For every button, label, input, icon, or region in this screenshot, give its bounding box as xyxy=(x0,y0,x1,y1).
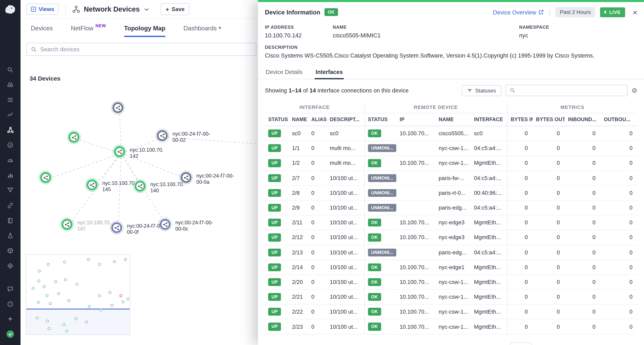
cell-if-status: UP xyxy=(265,230,289,245)
device-node[interactable] xyxy=(157,130,168,141)
cell-outbound: 0 xyxy=(600,141,638,156)
save-button[interactable]: + Save xyxy=(161,3,190,15)
cell-outbound: 0 xyxy=(600,230,638,245)
column-header-outbou[interactable]: OUTBOU... xyxy=(600,113,638,126)
interface-row[interactable]: UP2/7010/100 ut...UNMONI...paris-fw-...0… xyxy=(265,170,638,185)
gauge-icon[interactable] xyxy=(0,155,20,165)
interface-row[interactable]: UPsc00sc0OK10.100.70...cisco5505...sc000… xyxy=(265,126,638,141)
cell-if-description: 10/100 ut... xyxy=(326,215,364,230)
device-node[interactable] xyxy=(160,219,170,230)
cell-rd-ip xyxy=(396,141,435,156)
interface-row[interactable]: UP1/10multi mo...UNMONI...nyc-csw-1...04… xyxy=(265,141,638,156)
funnel-icon[interactable] xyxy=(0,185,20,195)
device-node[interactable] xyxy=(112,102,123,113)
cell-rd-status: OK xyxy=(364,319,396,334)
minimap[interactable] xyxy=(26,254,130,335)
help-icon[interactable]: ? xyxy=(0,299,20,309)
search-icon[interactable] xyxy=(0,65,20,75)
close-icon[interactable]: × xyxy=(632,8,638,16)
device-node[interactable] xyxy=(135,181,146,192)
cell-if-status: UP xyxy=(265,200,289,215)
panel-tab-device-details[interactable]: Device Details xyxy=(265,65,304,79)
notebook-icon[interactable] xyxy=(0,216,20,226)
column-header-interface[interactable]: INTERFACE xyxy=(471,113,507,126)
views-button[interactable]: Views xyxy=(26,4,59,15)
live-toggle[interactable]: LIVE xyxy=(600,7,625,17)
device-node[interactable] xyxy=(62,219,72,230)
field-label: NAME xyxy=(333,25,519,30)
cell-rd-status: OK xyxy=(364,260,396,275)
column-header-name[interactable]: NAME xyxy=(289,113,308,126)
chat-icon[interactable] xyxy=(0,284,20,294)
sparkle-icon[interactable] xyxy=(0,314,20,324)
device-node-label: nyc:10.100.70. 142 xyxy=(130,147,164,159)
device-search-input[interactable] xyxy=(40,46,252,53)
interface-status-badge: UP xyxy=(268,129,281,137)
cell-if-description: multi mo... xyxy=(326,156,364,171)
interface-row[interactable]: UP2/23010/100 ut...OK10.100.70...nyc-csw… xyxy=(265,319,638,334)
bar-chart-icon[interactable] xyxy=(0,170,20,180)
interface-row[interactable]: UP2/22010/100 ut...OK10.100.70...nyc-csw… xyxy=(265,304,638,319)
device-node[interactable] xyxy=(181,172,192,183)
pagination[interactable] xyxy=(509,342,532,345)
tab-devices[interactable]: Devices xyxy=(31,19,53,37)
device-node[interactable] xyxy=(114,146,125,157)
network-node-icon xyxy=(114,225,120,230)
cell-rd-name: paris-edg... xyxy=(435,245,471,260)
device-node[interactable] xyxy=(68,132,79,143)
link-icon[interactable] xyxy=(0,201,20,210)
field-ip-address: IP ADDRESS10.100.70.142 xyxy=(265,25,333,39)
cell-rd-interface: MgmtEth... xyxy=(471,275,507,290)
network-map-icon[interactable] xyxy=(0,125,20,135)
datadog-logo-icon[interactable] xyxy=(4,4,16,16)
showing-summary: Showing 1–14 of 14 interface connections… xyxy=(265,87,409,94)
gear-icon[interactable]: ⚙ xyxy=(632,87,638,95)
time-range-button[interactable]: Past 2 Hours xyxy=(556,7,595,17)
column-header-bytes-out[interactable]: BYTES OUT xyxy=(533,113,565,126)
device-node[interactable] xyxy=(111,222,122,233)
column-header-status[interactable]: STATUS xyxy=(265,113,289,126)
watchdog-icon[interactable] xyxy=(0,80,20,90)
tab-dashboards[interactable]: Dashboards▾ xyxy=(184,19,221,37)
device-node[interactable] xyxy=(87,180,98,190)
tab-netflow[interactable]: NetFlowNEW xyxy=(71,19,106,37)
interface-row[interactable]: UP2/8010/100 ut...UNMONI...paris-rt-0...… xyxy=(265,185,638,200)
interface-row[interactable]: UP2/11010/100 ut...OK10.100.70...nyc-edg… xyxy=(265,215,638,230)
device-overview-link[interactable]: Device Overview xyxy=(493,9,544,16)
panel-accent-bar xyxy=(258,0,644,2)
cell-rd-ip xyxy=(396,245,435,260)
column-header-descript[interactable]: DESCRIPT... xyxy=(326,113,364,126)
column-header-name[interactable]: NAME xyxy=(435,113,471,126)
target-icon[interactable] xyxy=(0,261,20,271)
column-header-ip[interactable]: IP xyxy=(396,113,435,126)
column-header-alias[interactable]: ALIAS xyxy=(308,113,326,126)
interface-row[interactable]: UP2/20010/100 ut...OK10.100.70...nyc-csw… xyxy=(265,275,638,290)
column-header-status[interactable]: STATUS xyxy=(364,113,396,126)
save-label: Save xyxy=(172,6,184,13)
interfaces-search-input[interactable] xyxy=(518,87,623,94)
metrics-icon[interactable] xyxy=(0,110,20,120)
infrastructure-list-icon[interactable] xyxy=(0,95,20,105)
minimap-dot xyxy=(32,287,34,290)
statuses-filter-button[interactable]: Statuses xyxy=(462,85,502,96)
cell-inbound: 0 xyxy=(565,275,600,290)
agent-status-icon[interactable] xyxy=(0,329,20,339)
cell-bytes-in: 0 xyxy=(507,200,533,215)
remote-status-badge: OK xyxy=(368,278,381,286)
cube-icon[interactable] xyxy=(0,246,20,256)
interface-row[interactable]: UP2/14010/100 ut...OK10.100.70...nyc-edg… xyxy=(265,260,638,275)
monitors-check-icon[interactable] xyxy=(0,140,20,150)
tab-topology-map[interactable]: Topology Map xyxy=(124,19,165,37)
interface-row[interactable]: UP2/9010/100 ut...UNMONI...paris-edg...0… xyxy=(265,200,638,215)
flask-icon[interactable] xyxy=(0,231,20,240)
column-header-bytes-in[interactable]: BYTES IN xyxy=(507,113,533,126)
column-header-inbound[interactable]: INBOUND... xyxy=(565,113,600,126)
interface-row[interactable]: UP1/20multi mo...OK10.100.70...nyc-csw-1… xyxy=(265,156,638,171)
interface-row[interactable]: UP2/12010/100 ut...OK10.100.70...nyc-edg… xyxy=(265,230,638,245)
interface-row[interactable]: UP2/21010/100 ut...OK10.100.70...nyc-csw… xyxy=(265,289,638,304)
interface-row[interactable]: UP2/13010/100 ut...UNMONI...paris-edg...… xyxy=(265,245,638,260)
page-title[interactable]: Network Devices xyxy=(72,5,149,14)
panel-tab-interfaces[interactable]: Interfaces xyxy=(315,65,344,79)
cell-rd-ip: 10.100.70... xyxy=(396,126,435,141)
device-node[interactable] xyxy=(40,172,51,183)
